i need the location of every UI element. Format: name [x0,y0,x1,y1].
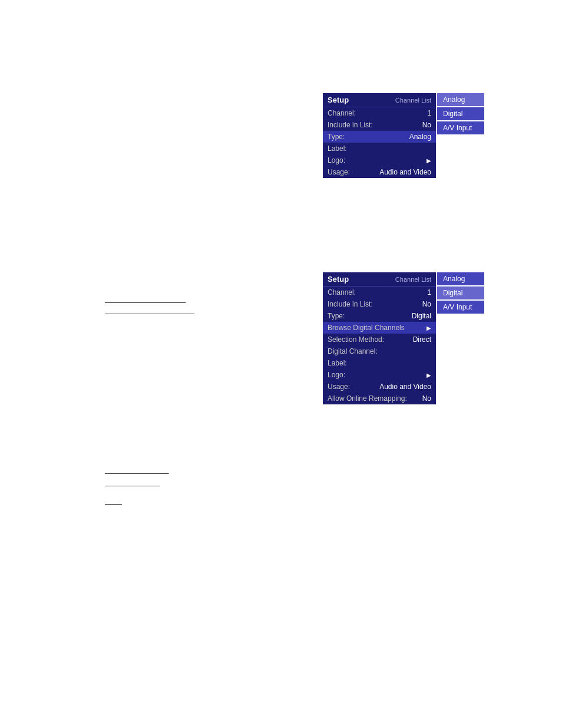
setup-menu-1: Setup Channel List Channel:1Include in L… [323,93,436,178]
body-label-2c: ____ [105,496,168,505]
body-label-1a: ___________________ [105,295,194,304]
setup-menu-2: Setup Channel List Channel:1Include in L… [323,272,436,404]
setup-row[interactable]: Channel:1 [323,286,436,298]
row-value: Direct [413,335,431,344]
side-menu-btn[interactable]: Analog [437,93,484,106]
setup-row[interactable]: Selection Method:Direct [323,334,436,345]
row-label: Type: [328,312,345,320]
row-label: Allow Online Remapping: [328,394,407,403]
row-value: 1 [427,288,431,297]
setup-panel-1: Setup Channel List Channel:1Include in L… [323,93,484,178]
setup-row[interactable]: Allow Online Remapping:No [323,393,436,404]
setup-row[interactable]: Browse Digital Channels▶ [323,322,436,334]
setup-title-2: Setup [328,275,349,284]
body-label-block-2: _______________ _____________ ____ [105,466,168,505]
row-label: Channel: [328,109,356,117]
setup-row[interactable]: Digital Channel: [323,345,436,357]
side-menu-btn[interactable]: Analog [437,272,484,285]
side-menu-btn[interactable]: A/V Input [437,301,484,314]
row-label: Browse Digital Channels [328,324,405,332]
row-label: Include in List: [328,121,373,129]
row-value: Digital [412,312,431,320]
body-label-2b: _____________ [105,478,168,487]
side-menu-btn[interactable]: Digital [437,286,484,299]
row-value: No [422,394,431,403]
row-value: Audio and Video [379,383,431,391]
side-menu-btn[interactable]: A/V Input [437,121,484,134]
setup-row[interactable]: Channel:1 [323,107,436,119]
row-label: Usage: [328,383,350,391]
panel1-rows: Channel:1Include in List:NoType:AnalogLa… [323,107,436,178]
panel2-rows: Channel:1Include in List:NoType:DigitalB… [323,286,436,404]
row-value: ▶ [427,372,431,378]
setup-subtitle-2: Channel List [395,276,431,283]
setup-row[interactable]: Type:Digital [323,310,436,322]
row-label: Channel: [328,288,356,297]
row-value: No [422,121,431,129]
side-menu-btn[interactable]: Digital [437,107,484,120]
setup-subtitle-1: Channel List [395,97,431,104]
setup-row[interactable]: Logo:▶ [323,154,436,166]
setup-header-1: Setup Channel List [323,93,436,107]
row-value: ▶ [427,325,431,331]
body-label-block-1: ___________________ ____________________… [105,295,194,315]
row-value: 1 [427,109,431,117]
setup-row[interactable]: Type:Analog [323,131,436,143]
row-label: Usage: [328,168,350,176]
setup-title-1: Setup [328,95,349,104]
setup-row[interactable]: Logo:▶ [323,369,436,381]
row-value: Audio and Video [379,168,431,176]
row-label: Include in List: [328,300,373,308]
setup-row[interactable]: Label: [323,143,436,154]
row-label: Digital Channel: [328,347,378,355]
row-label: Logo: [328,371,345,379]
body-label-1b: _____________________ [105,306,194,315]
row-label: Logo: [328,156,345,164]
row-value: ▶ [427,157,431,164]
setup-row[interactable]: Include in List:No [323,298,436,310]
body-label-2a: _______________ [105,466,168,475]
row-value: No [422,300,431,308]
setup-row[interactable]: Label: [323,357,436,369]
panel2-side-menu: AnalogDigitalA/V Input [437,272,484,404]
row-value: Analog [409,133,431,141]
panel1-side-menu: AnalogDigitalA/V Input [437,93,484,178]
setup-panel-2: Setup Channel List Channel:1Include in L… [323,272,484,404]
setup-header-2: Setup Channel List [323,272,436,286]
setup-row[interactable]: Usage:Audio and Video [323,381,436,393]
row-label: Label: [328,359,347,367]
row-label: Type: [328,133,345,141]
setup-row[interactable]: Usage:Audio and Video [323,166,436,178]
setup-row[interactable]: Include in List:No [323,119,436,131]
row-label: Label: [328,144,347,153]
row-label: Selection Method: [328,335,384,344]
